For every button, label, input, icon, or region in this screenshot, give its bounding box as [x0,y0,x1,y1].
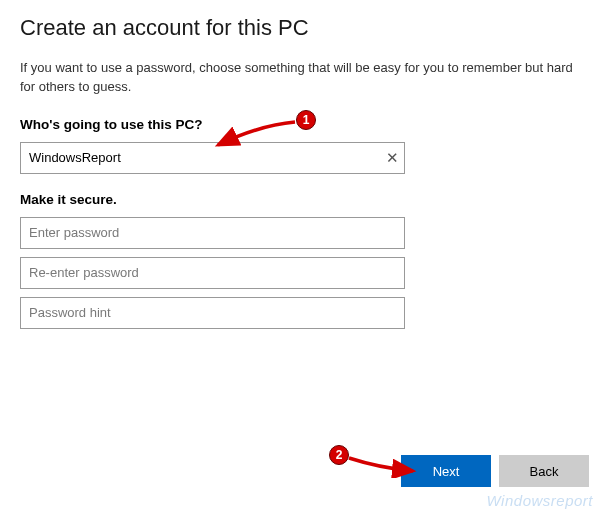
password-hint-input[interactable] [20,297,405,329]
secure-section-label: Make it secure. [20,192,593,207]
annotation-badge-2: 2 [329,445,349,465]
password-input[interactable] [20,217,405,249]
watermark-text: Windowsreport [487,492,593,509]
subtitle-text: If you want to use a password, choose so… [20,59,580,97]
reenter-password-input[interactable] [20,257,405,289]
back-button[interactable]: Back [499,455,589,487]
annotation-arrow-2-icon [345,448,420,478]
button-row: Next Back [401,455,589,487]
annotation-badge-1: 1 [296,110,316,130]
annotation-arrow-1-icon [210,115,300,155]
page-title: Create an account for this PC [20,15,593,41]
clear-icon[interactable]: ✕ [386,149,399,167]
